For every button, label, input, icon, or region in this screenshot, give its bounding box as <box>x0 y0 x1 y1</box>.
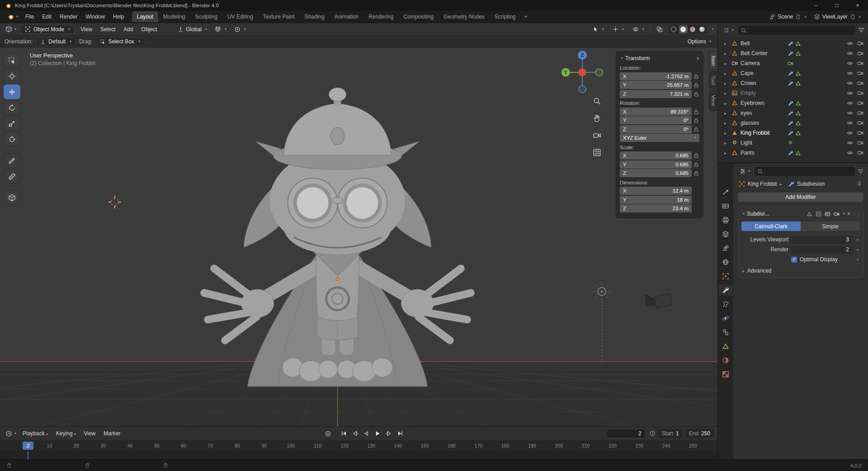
location-x-field[interactable]: X-1.2752 m <box>620 72 692 80</box>
show-realtime-icon[interactable] <box>824 210 831 217</box>
properties-editor-type-button[interactable]: ▾ <box>738 167 752 175</box>
properties-tab-render[interactable] <box>719 201 732 212</box>
jump-to-start-button[interactable] <box>339 429 349 438</box>
frame-start-field[interactable]: Start1 <box>658 429 683 438</box>
properties-tab-texture[interactable] <box>719 369 732 380</box>
timeline-editor-type-button[interactable]: ▾ <box>4 429 18 438</box>
tool-transform[interactable] <box>4 132 20 146</box>
shading-wireframe-button[interactable] <box>670 25 678 33</box>
pin-icon[interactable] <box>856 181 863 187</box>
toggle-grid-icon[interactable] <box>591 147 602 158</box>
outliner-row-pants[interactable]: ▸ Pants <box>718 148 868 158</box>
menu-file[interactable]: File <box>21 12 38 22</box>
lock-icon[interactable] <box>693 118 699 123</box>
viewport-canvas[interactable]: Z Y User Perspective (2) Collection | Ki… <box>0 47 717 426</box>
drag-handle-icon[interactable]: ⋮⋮ <box>853 212 860 217</box>
workspace-tab-uv-editing[interactable]: UV Editing <box>222 11 258 22</box>
optimal-display-checkbox[interactable]: ✓ <box>791 257 797 263</box>
hide-viewport-eye-icon[interactable] <box>847 40 853 47</box>
modifier-header[interactable]: ▾ Subdivi... ▾ × ⋮⋮ <box>741 208 860 219</box>
disable-render-camera-icon[interactable] <box>857 90 863 96</box>
outliner-row-eyes[interactable]: ▸ eyes <box>718 108 868 118</box>
gizmos-dropdown[interactable]: ▾ <box>610 25 627 33</box>
disable-render-camera-icon[interactable] <box>857 120 863 126</box>
xray-toggle[interactable] <box>654 25 665 33</box>
overlays-dropdown[interactable]: ▾ <box>630 25 647 33</box>
expand-icon[interactable]: ▸ <box>724 141 730 146</box>
location-z-field[interactable]: Z7.321 m <box>620 90 692 98</box>
jump-to-end-button[interactable] <box>395 429 406 438</box>
properties-tab-modifiers[interactable] <box>719 285 732 296</box>
outliner-row-light[interactable]: ▸ Light <box>718 138 868 148</box>
shading-solid-button[interactable] <box>679 25 688 33</box>
expand-icon[interactable]: ▸ <box>724 41 730 46</box>
properties-tab-material[interactable] <box>719 355 732 366</box>
disable-render-camera-icon[interactable] <box>857 130 863 136</box>
tool-rotate[interactable] <box>4 100 20 115</box>
lock-icon[interactable] <box>693 91 699 97</box>
filter-icon[interactable] <box>858 169 863 174</box>
new-scene-icon[interactable] <box>795 14 801 19</box>
lock-icon[interactable] <box>693 109 699 114</box>
properties-tab-view-layer[interactable] <box>719 229 732 240</box>
pan-hand-icon[interactable] <box>591 113 602 123</box>
proportional-edit-toggle[interactable]: ▾ <box>231 25 249 33</box>
properties-tab-object-data[interactable] <box>719 341 732 352</box>
workspace-tab-texture-paint[interactable]: Texture Paint <box>258 11 300 22</box>
workspace-tab-geometry-nodes[interactable]: Geometry Nodes <box>439 11 490 22</box>
expand-icon[interactable]: ▸ <box>724 71 730 76</box>
workspace-tab-rendering[interactable]: Rendering <box>363 11 398 22</box>
properties-tab-output[interactable] <box>719 215 732 226</box>
options-dropdown[interactable]: Options▾ <box>688 38 713 45</box>
sidebar-tab-tool[interactable]: Tool <box>709 71 717 89</box>
minimize-button[interactable]: ─ <box>806 0 826 11</box>
disable-render-camera-icon[interactable] <box>857 70 863 76</box>
shading-material-button[interactable] <box>689 25 697 33</box>
rotation-z-field[interactable]: Z0° <box>620 125 692 133</box>
timeline-menu-marker[interactable]: Marker <box>100 429 124 438</box>
disable-render-camera-icon[interactable] <box>857 150 863 156</box>
disable-render-camera-icon[interactable] <box>857 110 863 116</box>
prev-keyframe-button[interactable] <box>350 429 360 438</box>
menu-render[interactable]: Render <box>56 12 81 22</box>
camera-view-icon[interactable] <box>591 130 602 141</box>
rotation-y-field[interactable]: Y0° <box>620 116 692 124</box>
animate-property-dot[interactable]: • <box>855 257 860 262</box>
workspace-tab-sculpting[interactable]: Sculpting <box>190 11 222 22</box>
tool-annotate[interactable] <box>4 153 20 168</box>
viewlayer-selector[interactable]: ViewLayer × <box>811 13 864 21</box>
hide-viewport-eye-icon[interactable] <box>847 140 853 146</box>
outliner-row-belt[interactable]: ▸ Belt <box>718 38 868 48</box>
menu-edit[interactable]: Edit <box>38 12 56 22</box>
new-viewlayer-icon[interactable] <box>850 14 855 19</box>
disable-render-camera-icon[interactable] <box>857 80 863 86</box>
orientation-dropdown[interactable]: Global▾ <box>175 25 210 33</box>
outliner-row-belt-center[interactable]: ▸ Belt Center <box>718 48 868 58</box>
blender-menu-button[interactable]: ▾ <box>4 13 21 20</box>
filter-icon[interactable] <box>858 27 864 33</box>
next-keyframe-button[interactable] <box>384 429 394 438</box>
workspace-tab-layout[interactable]: Layout <box>132 11 158 22</box>
expand-icon[interactable]: ▸ <box>724 101 730 106</box>
hide-viewport-eye-icon[interactable] <box>847 120 853 126</box>
show-in-edit-mode-icon[interactable] <box>815 210 822 217</box>
playhead-frame-badge[interactable]: 2 <box>23 442 33 450</box>
panel-menu-icon[interactable]: ≡ <box>697 56 699 61</box>
sidebar-tab-view[interactable]: View <box>709 90 717 111</box>
timeline-scrub-area[interactable] <box>0 452 717 459</box>
auto-keying-toggle[interactable] <box>323 429 333 438</box>
scale-z-field[interactable]: Z0.685 <box>620 169 692 177</box>
breadcrumb-modifier-name[interactable]: Subdivision <box>797 181 825 187</box>
remove-modifier-icon[interactable]: × <box>846 211 851 217</box>
dimensions-x-field[interactable]: X12.4 m <box>620 187 692 195</box>
lock-icon[interactable] <box>693 74 699 79</box>
remove-viewlayer-icon[interactable]: × <box>858 14 862 19</box>
disable-render-camera-icon[interactable] <box>857 40 863 47</box>
rotation-x-field[interactable]: X89.315° <box>620 108 692 116</box>
outliner-editor-type-button[interactable]: ▾ <box>722 26 736 34</box>
rotation-mode-dropdown[interactable]: XYZ Euler▾ <box>620 134 699 142</box>
expand-icon[interactable]: ▸ <box>724 131 730 136</box>
snap-toggle[interactable]: ▾ <box>212 25 229 33</box>
location-y-field[interactable]: Y25.657 m <box>620 81 692 89</box>
lock-icon[interactable] <box>693 162 699 167</box>
